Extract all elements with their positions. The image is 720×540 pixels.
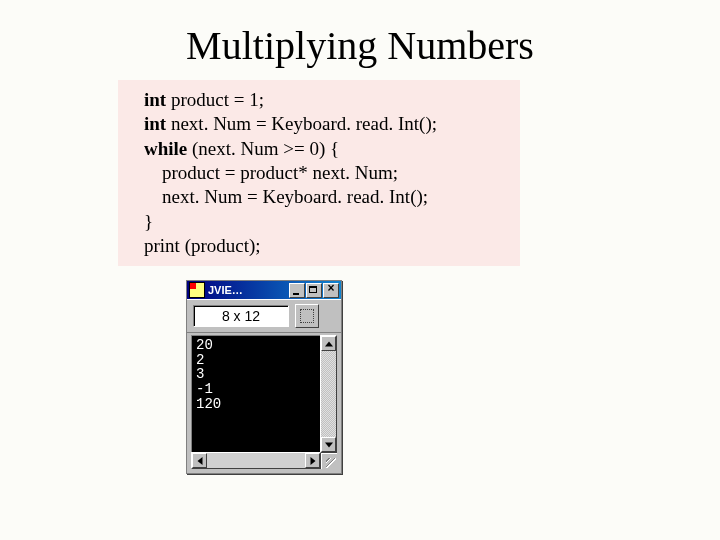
output-line: -1 (196, 382, 316, 397)
scroll-up-button[interactable] (321, 336, 336, 351)
slide-title: Multiplying Numbers (0, 22, 720, 69)
code-line-7: print (product); (126, 234, 512, 258)
code-block: int product = 1; int next. Num = Keyboar… (118, 80, 520, 266)
kw-int-1: int (144, 89, 166, 110)
scroll-right-button[interactable] (305, 453, 320, 468)
window-titlebar[interactable]: JVIE… (187, 281, 341, 299)
output-line: 20 (196, 338, 316, 353)
system-menu-icon[interactable] (189, 282, 205, 298)
console-window: JVIE… 8 x 12 20 2 3 -1 120 (186, 280, 342, 474)
code-line-4: product = product* next. Num; (126, 161, 512, 185)
output-area: 20 2 3 -1 120 (187, 333, 341, 473)
code-line-1: int product = 1; (126, 88, 512, 112)
code-line-5: next. Num = Keyboard. read. Int(); (126, 185, 512, 209)
window-title: JVIE… (208, 284, 288, 296)
kw-while: while (144, 138, 187, 159)
code-line-2: int next. Num = Keyboard. read. Int(); (126, 112, 512, 136)
console-output[interactable]: 20 2 3 -1 120 (191, 335, 321, 453)
code-rest-2: next. Num = Keyboard. read. Int(); (166, 113, 437, 134)
display-field[interactable]: 8 x 12 (193, 305, 289, 327)
scroll-down-button[interactable] (321, 437, 336, 452)
chevron-down-icon (325, 442, 333, 447)
code-line-6: } (126, 210, 512, 234)
chevron-left-icon (197, 457, 202, 465)
kw-int-2: int (144, 113, 166, 134)
horizontal-scrollbar[interactable] (191, 452, 321, 469)
output-line: 120 (196, 397, 316, 412)
minimize-button[interactable] (289, 283, 305, 298)
output-line: 2 (196, 353, 316, 368)
toolbar: 8 x 12 (187, 299, 341, 333)
code-rest-1: product = 1; (166, 89, 264, 110)
vertical-scrollbar[interactable] (320, 335, 337, 453)
selection-tool-button[interactable] (295, 304, 319, 328)
code-line-3: while (next. Num >= 0) { (126, 137, 512, 161)
maximize-button[interactable] (306, 283, 322, 298)
scroll-left-button[interactable] (192, 453, 207, 468)
chevron-right-icon (310, 457, 315, 465)
output-line: 3 (196, 367, 316, 382)
resize-grip[interactable] (321, 453, 337, 469)
close-button[interactable] (323, 283, 339, 298)
chevron-up-icon (325, 341, 333, 346)
code-rest-3: (next. Num >= 0) { (187, 138, 339, 159)
